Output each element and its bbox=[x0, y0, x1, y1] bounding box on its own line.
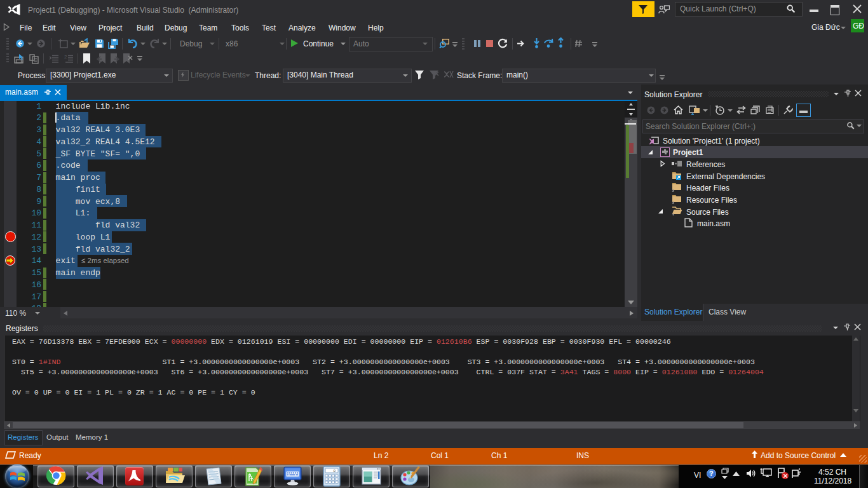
svg-text:2: 2 bbox=[64, 55, 67, 60]
svg-text:0: 0 bbox=[333, 469, 336, 473]
